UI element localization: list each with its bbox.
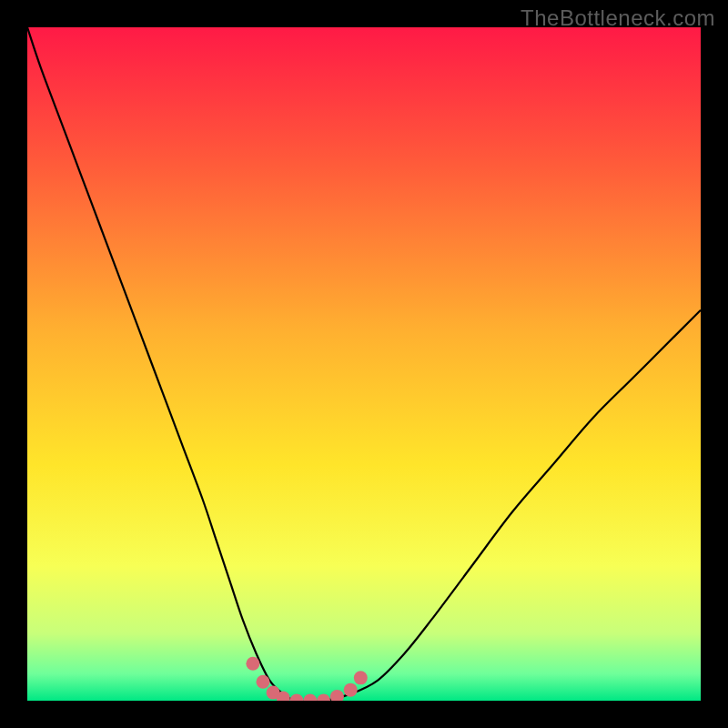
marker-dot — [354, 671, 368, 684]
marker-dot — [344, 683, 358, 697]
gradient-background — [27, 27, 701, 701]
chart-frame: TheBottleneck.com — [0, 0, 728, 728]
marker-dot — [257, 675, 270, 689]
chart-svg — [27, 27, 701, 701]
marker-dot — [246, 657, 259, 671]
chart-plot-area — [27, 27, 701, 701]
